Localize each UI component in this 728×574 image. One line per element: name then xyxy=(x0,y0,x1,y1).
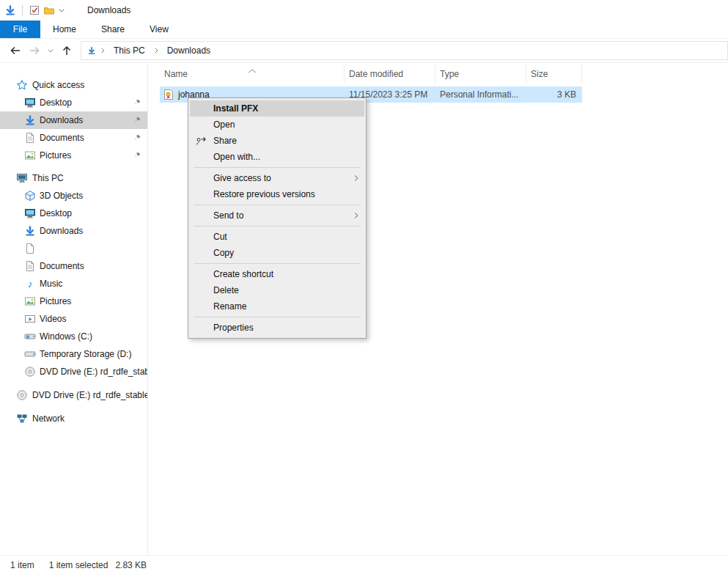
menu-separator xyxy=(194,167,361,168)
sidebar-item-label: Downloads xyxy=(40,115,83,125)
sidebar-item-label: Desktop xyxy=(40,208,72,218)
status-selected-count: 1 item selected xyxy=(49,560,109,570)
sidebar-item-3d-objects[interactable]: 3D Objects xyxy=(0,187,147,205)
column-header-type[interactable]: Type xyxy=(435,65,526,84)
menu-item-share[interactable]: Share xyxy=(188,133,366,149)
column-header-size[interactable]: Size xyxy=(526,65,582,84)
ribbon-tab-bar: File Home Share View xyxy=(0,21,728,39)
tab-file[interactable]: File xyxy=(0,21,40,38)
menu-item-properties[interactable]: Properties xyxy=(188,320,366,336)
sidebar-item-downloads[interactable]: Downloads xyxy=(0,111,147,129)
file-size-cell: 3 KB xyxy=(526,87,582,103)
sidebar-item-documents[interactable]: Documents xyxy=(0,129,147,147)
qat-properties-icon[interactable] xyxy=(29,4,40,16)
sidebar-item-pictures-pc[interactable]: Pictures xyxy=(0,292,147,310)
pin-icon xyxy=(133,98,141,107)
submenu-arrow-icon xyxy=(353,212,360,219)
menu-separator xyxy=(194,226,361,227)
3d-objects-icon xyxy=(24,190,36,202)
file-type-cell: Personal Informati... xyxy=(435,87,526,103)
status-selected-size: 2.83 KB xyxy=(115,560,147,570)
blank-file-icon xyxy=(24,243,36,254)
videos-icon xyxy=(24,313,36,325)
downloads-folder-icon[interactable] xyxy=(4,4,16,16)
sidebar-item-label: Network xyxy=(32,413,65,424)
breadcrumb-this-pc[interactable]: This PC xyxy=(109,45,150,56)
back-button[interactable] xyxy=(6,41,25,60)
sidebar-item-dvd-drive-e[interactable]: DVD Drive (E:) rd_rdfe_stable xyxy=(0,363,147,380)
menu-item-give-access-to[interactable]: Give access to xyxy=(188,170,366,186)
sidebar-item-label: Windows (C:) xyxy=(40,331,92,342)
menu-item-install-pfx[interactable]: Install PFX xyxy=(190,100,364,117)
address-bar[interactable]: This PC Downloads xyxy=(81,41,728,60)
qat-customize-chevron-icon[interactable] xyxy=(58,7,65,14)
menu-item-restore-previous-versions[interactable]: Restore previous versions xyxy=(188,186,366,202)
menu-item-create-shortcut[interactable]: Create shortcut xyxy=(188,266,366,282)
recent-locations-chevron-icon[interactable] xyxy=(44,41,57,60)
menu-item-open-with[interactable]: Open with... xyxy=(188,149,366,165)
sidebar-item-downloads-pc[interactable]: Downloads xyxy=(0,222,147,240)
sidebar-group-quick-access[interactable]: Quick access xyxy=(0,76,147,94)
documents-icon xyxy=(24,260,36,272)
sidebar-item-desktop-pc[interactable]: Desktop xyxy=(0,205,147,222)
breadcrumb-downloads[interactable]: Downloads xyxy=(163,45,215,56)
documents-icon xyxy=(24,132,36,144)
menu-separator xyxy=(194,205,361,205)
sidebar-item-windows-c[interactable]: Windows (C:) xyxy=(0,328,147,345)
navigation-bar: This PC Downloads xyxy=(0,39,728,63)
menu-item-cut[interactable]: Cut xyxy=(188,229,366,245)
column-header-date-modified[interactable]: Date modified xyxy=(345,65,435,84)
share-icon xyxy=(195,135,207,147)
column-header-row: Name Date modified Type Size xyxy=(160,65,728,84)
tab-share[interactable]: Share xyxy=(89,21,137,38)
sidebar-group-this-pc[interactable]: This PC xyxy=(0,169,147,187)
qat-new-folder-icon[interactable] xyxy=(43,4,55,16)
desktop-icon xyxy=(24,97,36,108)
sidebar-item-pictures[interactable]: Pictures xyxy=(0,147,147,164)
breadcrumb-chevron-icon[interactable] xyxy=(98,47,108,54)
sort-ascending-icon xyxy=(248,65,257,76)
music-icon: ♪ xyxy=(24,278,36,290)
network-icon xyxy=(16,413,28,424)
sidebar-item-label: Pictures xyxy=(40,150,71,161)
sidebar-item-label: Desktop xyxy=(40,97,72,108)
sidebar-item-label: Pictures xyxy=(40,296,71,306)
menu-item-open[interactable]: Open xyxy=(188,117,366,133)
downloads-icon xyxy=(24,225,36,237)
downloads-icon xyxy=(24,114,36,126)
pictures-icon xyxy=(24,150,36,161)
forward-button[interactable] xyxy=(25,41,44,60)
sidebar-item-desktop[interactable]: Desktop xyxy=(0,94,147,111)
menu-separator xyxy=(194,263,361,264)
sidebar-item-temporary-storage-d[interactable]: Temporary Storage (D:) xyxy=(0,345,147,363)
status-item-count: 1 item xyxy=(10,560,34,570)
tab-view[interactable]: View xyxy=(137,21,181,38)
sidebar-item-label: Documents xyxy=(40,261,84,271)
sidebar-group-label: This PC xyxy=(32,173,64,183)
sidebar-item-documents-pc[interactable]: Documents xyxy=(0,257,147,275)
sidebar-item-unnamed[interactable] xyxy=(0,240,147,257)
breadcrumb-chevron-icon[interactable] xyxy=(151,47,161,54)
title-bar: Downloads xyxy=(0,0,728,21)
sidebar-item-music[interactable]: ♪ Music xyxy=(0,275,147,292)
sidebar-item-label: Temporary Storage (D:) xyxy=(40,349,131,359)
pin-icon xyxy=(133,116,141,125)
menu-item-rename[interactable]: Rename xyxy=(188,298,366,314)
navigation-pane: Quick access Desktop Downloads Doc xyxy=(0,63,148,555)
sidebar-item-dvd-drive-root[interactable]: DVD Drive (E:) rd_rdfe_stable.T xyxy=(0,386,147,404)
menu-item-send-to[interactable]: Send to xyxy=(188,207,366,224)
column-header-name[interactable]: Name xyxy=(160,65,345,84)
dvd-drive-icon xyxy=(16,389,28,401)
file-explorer-window: Downloads File Home Share View This PC xyxy=(0,0,728,574)
qat-separator xyxy=(22,5,23,15)
menu-item-delete[interactable]: Delete xyxy=(188,282,366,298)
sidebar-item-videos[interactable]: Videos xyxy=(0,310,147,328)
up-button[interactable] xyxy=(57,41,76,60)
pictures-icon xyxy=(24,295,36,307)
tab-home[interactable]: Home xyxy=(40,21,89,38)
sidebar-item-network[interactable]: Network xyxy=(0,410,147,427)
menu-item-copy[interactable]: Copy xyxy=(188,245,366,261)
drive-icon xyxy=(24,348,36,360)
context-menu: Install PFX Open Share Open with... Give… xyxy=(188,97,367,339)
dvd-drive-icon xyxy=(24,366,36,378)
